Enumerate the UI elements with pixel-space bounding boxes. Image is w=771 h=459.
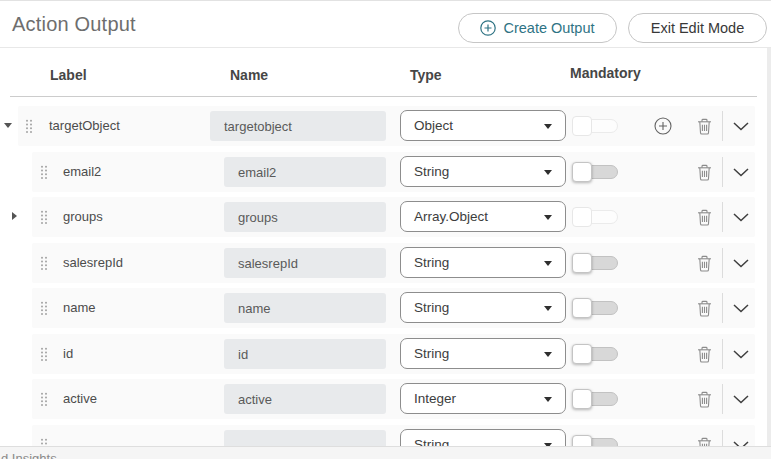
table-row: targetObject Object [0,106,771,146]
chevron-down-icon[interactable] [733,304,749,313]
column-header-divider [10,96,757,97]
row-divider [722,202,723,232]
action-output-panel: { "header": { "title": "Action Output", … [0,0,771,459]
dropdown-caret-icon [544,124,552,129]
table-row: groups Array.Object [0,197,771,237]
toggle-knob [572,344,592,364]
scrollbar[interactable] [767,48,771,446]
delete-field-button[interactable] [697,255,712,272]
toggle-knob [572,162,592,182]
row-divider [722,157,723,187]
delete-field-button[interactable] [697,346,712,363]
dropdown-caret-icon [544,261,552,266]
drag-handle-icon[interactable] [40,392,48,407]
exit-edit-mode-label: Exit Edit Mode [651,20,745,36]
mandatory-toggle[interactable] [572,253,618,273]
row-background [32,152,755,192]
delete-field-button[interactable] [697,118,712,135]
toggle-knob [572,116,592,136]
drag-handle-icon[interactable] [40,301,48,316]
plus-circle-icon [480,20,496,36]
drag-handle-icon[interactable] [40,210,48,225]
field-type-select[interactable]: Array.Object [400,201,566,232]
row-divider [722,248,723,278]
field-name-input[interactable] [224,157,386,187]
field-type-value: String [414,300,449,315]
column-header-type: Type [410,67,442,83]
delete-field-button[interactable] [697,391,712,408]
field-type-value: Object [414,118,453,133]
toggle-knob [572,253,592,273]
collapse-caret-icon[interactable] [4,123,12,128]
field-label: targetObject [49,106,120,146]
field-label: groups [63,197,103,237]
field-type-value: Integer [414,391,456,406]
drag-handle-icon[interactable] [25,119,33,134]
expand-caret-icon[interactable] [12,212,17,220]
drag-handle-icon[interactable] [40,256,48,271]
row-background [32,288,755,328]
toggle-knob [572,389,592,409]
column-header-label: Label [50,67,87,83]
field-name-input[interactable] [224,293,386,323]
delete-field-button[interactable] [697,164,712,181]
field-name-input[interactable] [224,384,386,414]
row-divider [722,384,723,414]
row-background [32,379,755,419]
create-output-label: Create Output [503,20,594,36]
bottom-bar-text: d Insights [1,451,57,459]
create-output-button[interactable]: Create Output [458,13,617,43]
exit-edit-mode-button[interactable]: Exit Edit Mode [628,13,767,43]
mandatory-toggle[interactable] [572,344,618,364]
mandatory-toggle[interactable] [572,207,618,227]
dropdown-caret-icon [544,352,552,357]
page-title: Action Output [12,13,136,36]
field-type-select[interactable]: Integer [400,383,566,414]
dropdown-caret-icon [544,306,552,311]
chevron-down-icon[interactable] [733,168,749,177]
table-row: id String [0,334,771,374]
mandatory-toggle[interactable] [572,298,618,318]
chevron-down-icon[interactable] [733,122,749,131]
column-header-mandatory: Mandatory [570,65,641,81]
drag-handle-icon[interactable] [40,347,48,362]
drag-handle-icon[interactable] [40,165,48,180]
chevron-down-icon[interactable] [733,213,749,222]
row-divider [722,111,723,141]
field-label: id [63,334,73,374]
field-type-select[interactable]: String [400,247,566,278]
mandatory-toggle[interactable] [572,116,618,136]
field-type-select[interactable]: Object [400,110,566,141]
bottom-bar: d Insights [0,446,771,459]
field-name-input[interactable] [210,111,386,141]
dropdown-caret-icon [544,397,552,402]
toggle-knob [572,298,592,318]
delete-field-button[interactable] [697,300,712,317]
field-label: active [63,379,97,419]
delete-field-button[interactable] [697,209,712,226]
row-background [18,106,755,146]
field-type-value: String [414,255,449,270]
row-background [32,334,755,374]
mandatory-toggle[interactable] [572,389,618,409]
row-background [32,243,755,283]
field-label: salesrepId [63,243,123,283]
field-name-input[interactable] [224,339,386,369]
row-divider [722,293,723,323]
chevron-down-icon[interactable] [733,395,749,404]
field-name-input[interactable] [224,202,386,232]
field-type-select[interactable]: String [400,156,566,187]
field-label: name [63,288,96,328]
dropdown-caret-icon [544,170,552,175]
field-type-value: String [414,346,449,361]
chevron-down-icon[interactable] [733,259,749,268]
row-divider [722,339,723,369]
field-label: email2 [63,152,101,192]
field-type-select[interactable]: String [400,338,566,369]
field-type-select[interactable]: String [400,292,566,323]
table-row: salesrepId String [0,243,771,283]
mandatory-toggle[interactable] [572,162,618,182]
chevron-down-icon[interactable] [733,350,749,359]
add-child-field-button[interactable] [654,117,672,135]
field-name-input[interactable] [224,248,386,278]
